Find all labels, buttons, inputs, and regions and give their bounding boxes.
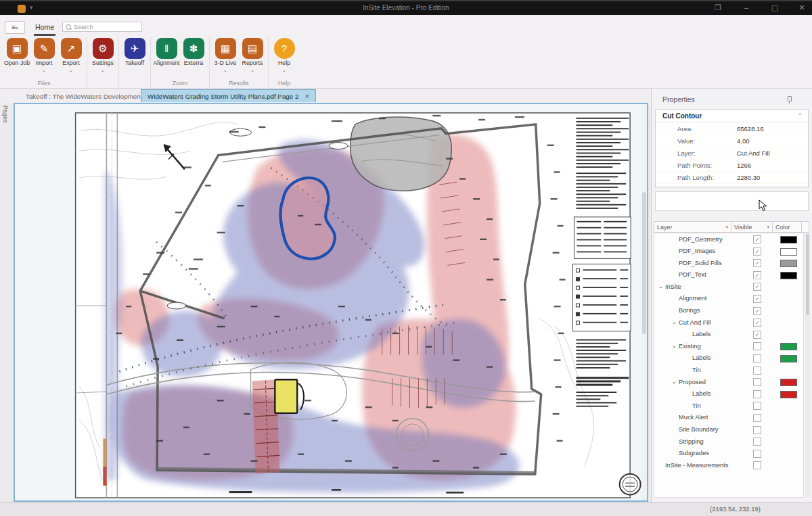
- layer-row[interactable]: Tin: [654, 400, 803, 412]
- layer-row[interactable]: PDF_Text✓: [654, 269, 803, 281]
- layer-row[interactable]: Tin: [654, 365, 803, 377]
- layer-row[interactable]: Site Boundary: [654, 424, 803, 436]
- color-swatch[interactable]: [780, 319, 796, 325]
- expander-icon[interactable]: ⌄: [672, 343, 677, 349]
- layer-row[interactable]: Labels✓: [654, 329, 803, 341]
- properties-panel-title: Properties: [662, 95, 695, 103]
- expander-icon[interactable]: ⌄: [672, 379, 677, 385]
- visibility-checkbox[interactable]: ✓: [753, 283, 761, 291]
- layer-row[interactable]: PDF_Images✓: [654, 245, 803, 258]
- visibility-checkbox[interactable]: ✓: [753, 331, 761, 339]
- color-swatch[interactable]: [780, 296, 796, 302]
- expander-icon[interactable]: ⌄: [672, 319, 677, 325]
- color-swatch[interactable]: [780, 438, 796, 444]
- layer-row[interactable]: Labels: [654, 388, 803, 400]
- color-swatch[interactable]: [780, 355, 797, 362]
- visibility-checkbox[interactable]: [753, 461, 761, 469]
- layer-row[interactable]: Muck Alert: [654, 412, 803, 424]
- collapse-icon[interactable]: ⌃: [797, 112, 803, 119]
- visibility-checkbox[interactable]: ✓: [753, 319, 761, 327]
- visibility-checkbox[interactable]: [753, 414, 761, 422]
- layer-row[interactable]: Stripping: [654, 436, 803, 448]
- color-swatch[interactable]: [780, 415, 796, 421]
- visibility-checkbox[interactable]: [753, 354, 761, 362]
- settings-button[interactable]: ⚙ Settings ⌄: [89, 37, 116, 79]
- visibility-checkbox[interactable]: [753, 367, 761, 375]
- color-swatch[interactable]: [780, 402, 796, 408]
- column-header-color[interactable]: Color: [772, 221, 802, 233]
- layer-row[interactable]: PDF_Geometry✓: [654, 233, 803, 245]
- color-swatch[interactable]: [780, 367, 796, 373]
- layer-row[interactable]: InSite - Measurements: [654, 459, 803, 471]
- maximize-button[interactable]: ▢: [767, 3, 782, 12]
- color-swatch[interactable]: [780, 450, 796, 456]
- close-icon[interactable]: ×: [304, 93, 309, 99]
- tab-home[interactable]: Home: [28, 20, 61, 34]
- exterra-button[interactable]: ✽ Exterra: [180, 37, 207, 79]
- layer-row[interactable]: PDF_Solid Fills✓: [654, 257, 803, 269]
- layer-row[interactable]: Alignment✓: [654, 293, 803, 305]
- takeoff-button[interactable]: ✈ Takeoff: [121, 37, 148, 79]
- minimize-button[interactable]: –: [739, 3, 754, 11]
- visibility-checkbox[interactable]: ✓: [753, 271, 761, 279]
- import-button[interactable]: ✎ Import ⌄: [30, 37, 58, 79]
- visibility-checkbox[interactable]: [753, 390, 761, 398]
- reports-button[interactable]: ▤ Reports ⌄: [239, 37, 266, 79]
- visibility-checkbox[interactable]: [753, 450, 761, 458]
- visibility-checkbox[interactable]: [753, 378, 761, 386]
- layer-row[interactable]: ⌄Cut And Fill✓: [654, 316, 803, 329]
- layer-row[interactable]: ⌄Proposed: [654, 376, 803, 388]
- pin-icon[interactable]: [786, 95, 792, 103]
- visibility-checkbox[interactable]: [753, 438, 761, 446]
- layers-scrollbar[interactable]: [805, 233, 810, 498]
- color-swatch[interactable]: [780, 236, 797, 243]
- layer-row[interactable]: ⌄Existing: [654, 340, 803, 352]
- visibility-checkbox[interactable]: ✓: [753, 259, 761, 267]
- expander-icon[interactable]: ⌄: [658, 283, 663, 289]
- layer-row[interactable]: Labels: [654, 352, 803, 365]
- color-swatch[interactable]: [780, 343, 797, 350]
- visibility-checkbox[interactable]: ✓: [753, 295, 761, 303]
- visibility-checkbox[interactable]: [753, 402, 761, 410]
- close-button[interactable]: ✕: [794, 3, 809, 12]
- color-swatch[interactable]: [780, 260, 797, 267]
- layer-row[interactable]: ⌄InSite✓: [654, 281, 803, 293]
- color-swatch[interactable]: [780, 283, 796, 289]
- status-bar: (2193.54, 232.19): [0, 502, 812, 516]
- layer-row[interactable]: Borings✓: [654, 305, 803, 317]
- color-swatch[interactable]: [780, 427, 796, 433]
- column-header-layer[interactable]: Layer▾: [654, 221, 731, 233]
- canvas-vertical-scrollbar[interactable]: [641, 104, 647, 500]
- visibility-checkbox[interactable]: ✓: [753, 307, 761, 315]
- color-swatch[interactable]: [780, 331, 796, 337]
- visibility-checkbox[interactable]: [753, 342, 761, 350]
- color-swatch[interactable]: [780, 391, 797, 398]
- tab-takeoff-document[interactable]: Takeoff : The WideWaters Development: [20, 91, 148, 102]
- drawing-viewport[interactable]: [14, 103, 648, 502]
- alignment-button[interactable]: ‖ Alignment: [153, 37, 180, 79]
- help-button[interactable]: ? Help ⌄: [271, 37, 298, 79]
- scrollbar-thumb[interactable]: [642, 192, 646, 334]
- search-input[interactable]: Search: [62, 22, 142, 32]
- tab-pdf-document[interactable]: WideWaters Grading Storm Utility Plans.p…: [141, 89, 316, 102]
- color-swatch[interactable]: [780, 308, 796, 314]
- site-plan-drawing[interactable]: [15, 104, 647, 500]
- export-button[interactable]: ↗ Export ⌄: [58, 37, 85, 79]
- color-swatch[interactable]: [780, 462, 796, 468]
- layer-row[interactable]: Subgrades: [654, 448, 803, 460]
- column-header-visible[interactable]: Visible▾: [731, 221, 773, 233]
- app-menu-button[interactable]: ≡▾: [5, 21, 25, 34]
- color-swatch[interactable]: [780, 248, 797, 256]
- 3d-live-button[interactable]: ▦ 3-D Live ⌄: [212, 37, 239, 79]
- visibility-checkbox[interactable]: ✓: [753, 235, 761, 243]
- chevron-down-icon: ⌄: [30, 68, 58, 72]
- tab-pages-vertical[interactable]: Pages: [2, 105, 9, 123]
- color-swatch[interactable]: [780, 272, 797, 279]
- color-swatch[interactable]: [780, 379, 797, 386]
- scrollbar-thumb[interactable]: [806, 234, 809, 315]
- ribbon-groups: ▣ Open Job ✎ Import ⌄ ↗ Export ⌄: [1, 37, 300, 88]
- open-job-button[interactable]: ▣ Open Job: [3, 37, 30, 79]
- visibility-checkbox[interactable]: [753, 426, 761, 434]
- visibility-checkbox[interactable]: ✓: [753, 248, 761, 256]
- titlebar-extra-icon[interactable]: ❐: [710, 3, 725, 12]
